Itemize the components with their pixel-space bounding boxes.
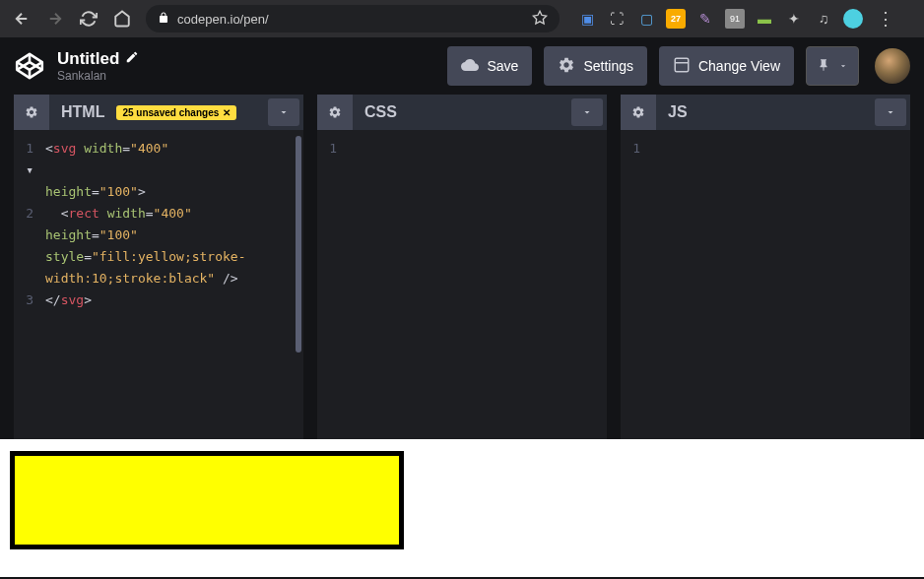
extension-icon[interactable]: 27	[666, 9, 686, 29]
output-svg	[10, 451, 404, 549]
pen-title[interactable]: Untitled	[57, 49, 119, 69]
user-avatar[interactable]	[875, 48, 910, 84]
html-code-area[interactable]: 1 ▾ <svg width="400" height="100"> 2 <re…	[14, 130, 303, 439]
output-rect	[10, 451, 404, 549]
js-editor-header: JS	[621, 95, 910, 130]
extension-icons-area: ▣ ⛶ ▢ 27 ✎ 91 ▬ ✦ ♫	[577, 9, 863, 29]
forward-button[interactable]	[41, 5, 69, 32]
html-editor: HTML 25 unsaved changes ✕ 1 ▾ <svg width…	[14, 95, 303, 439]
js-code-area[interactable]: 1	[621, 130, 910, 439]
svg-rect-4	[675, 58, 689, 72]
js-editor: JS 1	[621, 95, 910, 439]
reload-button[interactable]	[75, 5, 102, 32]
layout-icon	[673, 56, 691, 77]
css-settings-button[interactable]	[317, 95, 353, 130]
close-icon[interactable]: ✕	[223, 107, 231, 118]
bookmark-star-icon[interactable]	[532, 10, 548, 29]
codepen-header: Untitled Sankalan Save Settings Change V…	[0, 37, 924, 95]
scrollbar[interactable]	[296, 136, 301, 353]
extension-icon[interactable]: ⛶	[607, 9, 627, 29]
css-editor-header: CSS	[317, 95, 607, 130]
browser-menu-button[interactable]: ⋮	[869, 8, 902, 30]
extension-icon[interactable]: 91	[725, 9, 745, 29]
edit-title-icon[interactable]	[125, 49, 139, 69]
html-settings-button[interactable]	[14, 95, 49, 130]
pen-author[interactable]: Sankalan	[57, 69, 139, 83]
lock-icon	[158, 12, 169, 27]
change-view-button[interactable]: Change View	[659, 46, 794, 86]
chevron-down-icon	[838, 58, 848, 74]
extension-icon[interactable]: ▣	[577, 9, 597, 29]
pin-button[interactable]	[806, 46, 859, 86]
css-panel-toggle[interactable]	[571, 98, 603, 126]
extension-icon[interactable]: ▢	[636, 9, 656, 29]
css-code-area[interactable]: 1	[317, 130, 607, 439]
url-text: codepen.io/pen/	[177, 12, 269, 27]
codepen-logo-icon[interactable]	[14, 50, 45, 82]
css-editor-title: CSS	[353, 103, 409, 121]
pin-icon	[817, 58, 830, 75]
html-panel-toggle[interactable]	[268, 98, 299, 126]
output-preview	[0, 439, 924, 577]
cloud-icon	[461, 56, 479, 77]
extension-icon[interactable]: ▬	[755, 9, 774, 29]
back-button[interactable]	[8, 5, 35, 32]
pen-title-block: Untitled Sankalan	[57, 49, 139, 83]
unsaved-changes-badge[interactable]: 25 unsaved changes ✕	[116, 105, 236, 120]
save-button[interactable]: Save	[447, 46, 532, 86]
extension-icon[interactable]: ♫	[814, 9, 833, 29]
js-settings-button[interactable]	[621, 95, 656, 130]
settings-button[interactable]: Settings	[544, 46, 647, 86]
js-editor-title: JS	[656, 103, 699, 121]
browser-toolbar: codepen.io/pen/ ▣ ⛶ ▢ 27 ✎ 91 ▬ ✦ ♫ ⋮	[0, 0, 924, 37]
address-bar[interactable]: codepen.io/pen/	[146, 5, 560, 32]
extensions-puzzle-icon[interactable]: ✦	[784, 9, 804, 29]
css-editor: CSS 1	[317, 95, 607, 439]
extension-icon[interactable]	[843, 9, 863, 29]
gear-icon	[558, 56, 575, 77]
extension-icon[interactable]: ✎	[695, 9, 715, 29]
home-button[interactable]	[108, 5, 136, 32]
html-editor-title: HTML	[49, 103, 116, 121]
js-panel-toggle[interactable]	[875, 98, 906, 126]
editors-row: HTML 25 unsaved changes ✕ 1 ▾ <svg width…	[0, 95, 924, 439]
svg-marker-0	[533, 11, 546, 24]
html-editor-header: HTML 25 unsaved changes ✕	[14, 95, 303, 130]
